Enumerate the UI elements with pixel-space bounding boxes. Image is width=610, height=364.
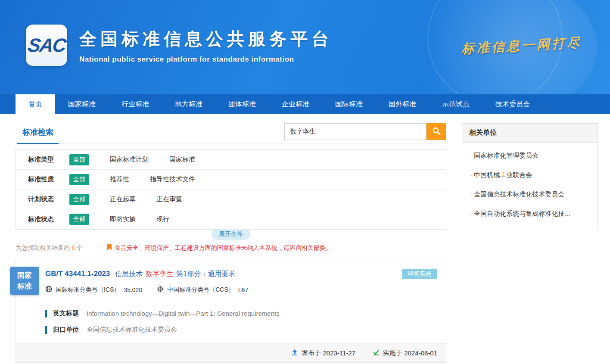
publish-icon bbox=[291, 349, 302, 357]
flag-icon bbox=[107, 244, 115, 252]
crosshair-icon bbox=[157, 286, 167, 294]
filter-row-plan-status: 计划状态 全部 正在起草 正在审查 bbox=[16, 190, 446, 209]
field-accent-bar bbox=[45, 326, 47, 334]
nav-item-national-standards[interactable]: 国家标准 bbox=[55, 94, 109, 114]
badge-line-2: 标准 bbox=[17, 281, 32, 292]
publish-date-group: 发布于 2023-11-27 bbox=[291, 349, 355, 357]
related-unit-link[interactable]: 中国机械工业联合会 bbox=[469, 165, 591, 185]
filter-row-standard-status: 标准状态 全部 即将实施 现行 bbox=[16, 209, 446, 229]
brand: SAC 全国标准信息公共服务平台 National public service… bbox=[26, 25, 333, 66]
card-meta: 国际标准分类号（ICS） 35.020 中国标准分类号（CCS） L67 bbox=[45, 286, 446, 294]
main-nav: 首页 国家标准 行业标准 地方标准 团体标准 企业标准 国际标准 国外标准 示范… bbox=[0, 94, 610, 114]
search-input[interactable] bbox=[284, 123, 426, 140]
implement-label: 实施于 bbox=[383, 349, 402, 357]
filter-label: 计划状态 bbox=[28, 195, 69, 203]
filter-option[interactable]: 推荐性 bbox=[110, 175, 129, 184]
standard-title-link[interactable]: GB/T 43441.1-2023 信息技术 数字孪生 第1部分：通用要求 即将… bbox=[45, 261, 446, 279]
content: 标准检索 标准类型 全部 国家标准计划 国家标准 标准性质 全部 bbox=[0, 114, 610, 363]
results-row: 为您找到相关结果约6个 食品安全、环境保护、工程建设方面的国家标准未纳入本系统，… bbox=[16, 244, 446, 252]
standard-title-part: 第1部分：通用要求 bbox=[176, 270, 235, 279]
nav-item-international-standards[interactable]: 国际标准 bbox=[322, 94, 376, 114]
national-standard-badge: 国家 标准 bbox=[10, 267, 39, 295]
sac-logo-text: SAC bbox=[26, 34, 67, 56]
filter-row-standard-type: 标准类型 全部 国家标准计划 国家标准 bbox=[16, 150, 446, 170]
filter-all-button[interactable]: 全部 bbox=[69, 194, 89, 205]
related-units-box: 相关单位 国家标准化管理委员会 中国机械工业联合会 全国信息技术标准化技术委员会… bbox=[462, 123, 598, 229]
field-accent-bar bbox=[45, 310, 47, 317]
related-unit-link[interactable]: 全国自动化系统与集成标准化技… bbox=[469, 204, 591, 224]
filter-option[interactable]: 即将实施 bbox=[110, 215, 136, 224]
nav-item-technical-committee[interactable]: 技术委员会 bbox=[482, 94, 543, 114]
ccs-group: 中国标准分类号（CCS） L67 bbox=[157, 286, 248, 294]
status-badge: 即将实施 bbox=[402, 269, 437, 279]
globe-icon bbox=[45, 286, 56, 294]
ics-value: 35.020 bbox=[124, 286, 142, 293]
nav-item-industry-standards[interactable]: 行业标准 bbox=[109, 94, 162, 114]
related-units-title: 相关单位 bbox=[462, 124, 598, 143]
card-footer: 发布于 2023-11-27 实施于 2024-06-01 bbox=[16, 343, 446, 362]
main-column: 标准检索 标准类型 全部 国家标准计划 国家标准 标准性质 全部 bbox=[16, 123, 446, 363]
filter-option[interactable]: 现行 bbox=[156, 215, 169, 224]
tab-standard-search[interactable]: 标准检索 bbox=[17, 123, 59, 144]
filter-all-button[interactable]: 全部 bbox=[69, 174, 89, 185]
implement-date-group: 实施于 2024-06-01 bbox=[373, 349, 437, 357]
check-icon bbox=[373, 349, 383, 357]
english-title-label: 英文标题 bbox=[53, 309, 79, 317]
search-box bbox=[284, 123, 446, 140]
org-value: 全国信息技术标准化技术委员会 bbox=[87, 326, 177, 334]
search-button[interactable] bbox=[426, 123, 446, 140]
related-unit-link[interactable]: 全国信息技术标准化技术委员会 bbox=[469, 185, 591, 204]
notice: 食品安全、环境保护、工程建设方面的国家标准未纳入本系统，请咨询相关部委。 bbox=[107, 244, 332, 252]
filter-label: 标准状态 bbox=[28, 215, 69, 224]
standard-title-highlight: 数字孪生 bbox=[146, 270, 173, 279]
ccs-value: L67 bbox=[238, 286, 248, 293]
publish-date: 2023-11-27 bbox=[323, 349, 355, 357]
search-icon bbox=[432, 127, 441, 137]
filter-box: 标准类型 全部 国家标准计划 国家标准 标准性质 全部 推荐性 指导性技术文件 … bbox=[16, 149, 446, 230]
card-divider bbox=[45, 301, 437, 301]
nav-item-home[interactable]: 首页 bbox=[16, 94, 55, 114]
results-count-suffix: 个 bbox=[77, 244, 83, 251]
sac-logo: SAC bbox=[26, 25, 67, 66]
ics-label: 国际标准分类号（ICS） bbox=[56, 286, 120, 294]
nav-item-local-standards[interactable]: 地方标准 bbox=[162, 94, 215, 114]
ics-group: 国际标准分类号（ICS） 35.020 bbox=[45, 286, 142, 294]
filter-option[interactable]: 正在起草 bbox=[110, 195, 136, 203]
sidebar: 相关单位 国家标准化管理委员会 中国机械工业联合会 全国信息技术标准化技术委员会… bbox=[462, 123, 598, 363]
expand-conditions-button[interactable]: 展开条件 bbox=[212, 229, 250, 240]
filter-all-button[interactable]: 全部 bbox=[69, 154, 89, 165]
publish-label: 发布于 bbox=[302, 349, 321, 357]
site-header: SAC 全国标准信息公共服务平台 National public service… bbox=[0, 0, 610, 94]
nav-item-enterprise-standards[interactable]: 企业标准 bbox=[269, 94, 322, 114]
ccs-label: 中国标准分类号（CCS） bbox=[167, 286, 234, 294]
english-title-field: 英文标题 Information technology—Digital twin… bbox=[45, 309, 446, 317]
standard-title-part: 信息技术 bbox=[115, 270, 143, 279]
search-header: 标准检索 bbox=[16, 123, 446, 143]
org-field: 归口单位 全国信息技术标准化技术委员会 bbox=[45, 326, 446, 334]
nav-item-group-standards[interactable]: 团体标准 bbox=[215, 94, 269, 114]
nav-item-foreign-standards[interactable]: 国外标准 bbox=[376, 94, 429, 114]
english-title-value: Information technology—Digital twin—Part… bbox=[87, 310, 280, 317]
implement-date: 2024-06-01 bbox=[404, 349, 437, 357]
related-unit-link[interactable]: 国家标准化管理委员会 bbox=[469, 146, 591, 165]
filter-option[interactable]: 国家标准计划 bbox=[110, 156, 149, 164]
org-label: 归口单位 bbox=[53, 326, 79, 334]
related-units-list: 国家标准化管理委员会 中国机械工业联合会 全国信息技术标准化技术委员会 全国自动… bbox=[462, 143, 598, 229]
notice-text: 食品安全、环境保护、工程建设方面的国家标准未纳入本系统，请咨询相关部委。 bbox=[115, 244, 332, 252]
badge-line-1: 国家 bbox=[17, 270, 32, 281]
nav-item-pilot[interactable]: 示范试点 bbox=[429, 94, 482, 114]
standard-code: GB/T 43441.1-2023 bbox=[45, 270, 110, 278]
filter-all-button[interactable]: 全部 bbox=[69, 214, 89, 225]
result-card: 国家 标准 GB/T 43441.1-2023 信息技术 数字孪生 第1部分：通… bbox=[16, 261, 446, 363]
filter-option[interactable]: 指导性技术文件 bbox=[150, 175, 195, 184]
header-slogan: 标准信息一网打尽 bbox=[461, 34, 582, 58]
site-title-cn: 全国标准信息公共服务平台 bbox=[79, 27, 333, 51]
results-count: 为您找到相关结果约6个 bbox=[16, 244, 83, 252]
site-title-en: National public service platform for sta… bbox=[79, 55, 333, 64]
filter-option[interactable]: 正在审查 bbox=[156, 195, 182, 203]
filter-label: 标准类型 bbox=[28, 156, 69, 164]
filter-option[interactable]: 国家标准 bbox=[169, 156, 195, 164]
results-count-prefix: 为您找到相关结果约 bbox=[16, 244, 70, 251]
site-titles: 全国标准信息公共服务平台 National public service pla… bbox=[79, 27, 333, 64]
filter-row-standard-nature: 标准性质 全部 推荐性 指导性技术文件 bbox=[16, 170, 446, 190]
